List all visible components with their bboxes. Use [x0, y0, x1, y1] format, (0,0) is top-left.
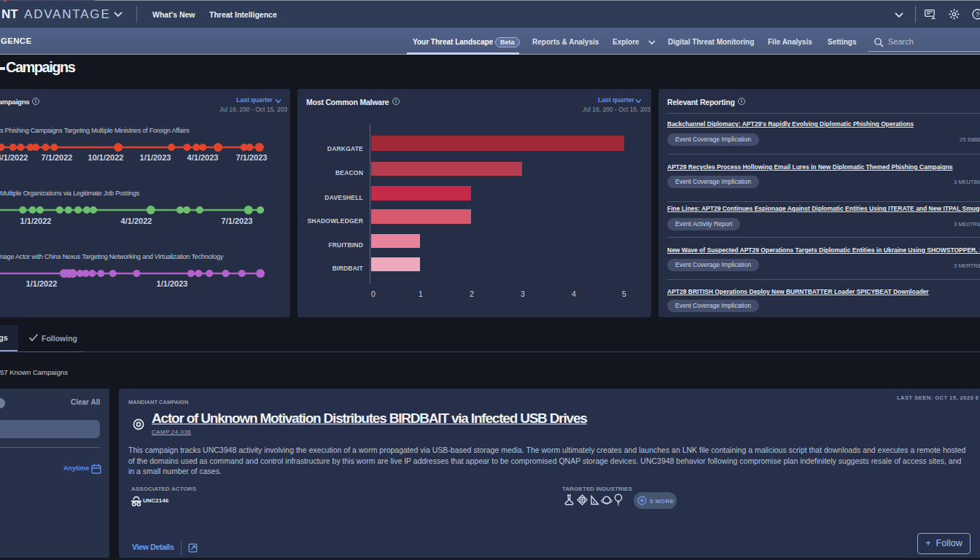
svg-text:?: ?	[976, 11, 979, 18]
